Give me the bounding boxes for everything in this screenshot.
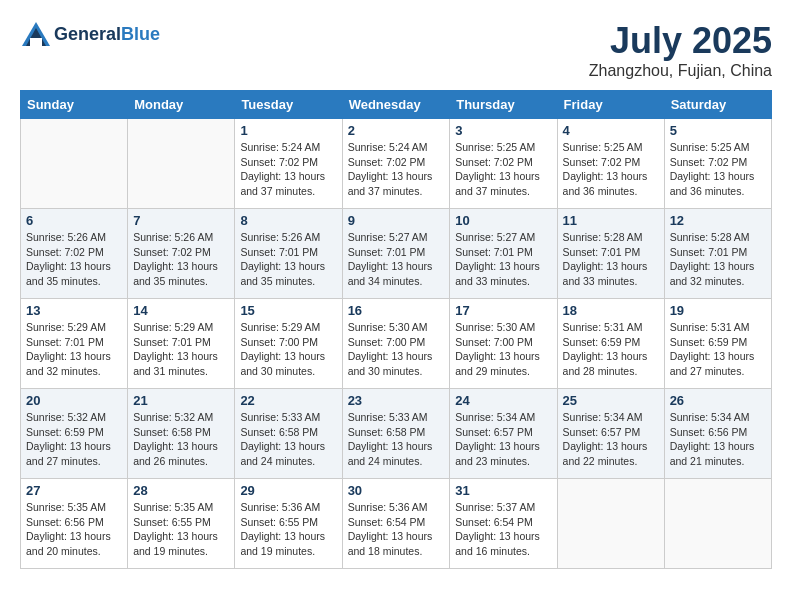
calendar-cell: 10Sunrise: 5:27 AMSunset: 7:01 PMDayligh… — [450, 209, 557, 299]
day-number: 10 — [455, 213, 551, 228]
day-number: 2 — [348, 123, 445, 138]
day-number: 13 — [26, 303, 122, 318]
logo-text-blue: Blue — [121, 24, 160, 44]
day-number: 5 — [670, 123, 766, 138]
day-info: Sunrise: 5:32 AMSunset: 6:59 PMDaylight:… — [26, 410, 122, 469]
calendar-cell: 28Sunrise: 5:35 AMSunset: 6:55 PMDayligh… — [128, 479, 235, 569]
day-info: Sunrise: 5:30 AMSunset: 7:00 PMDaylight:… — [455, 320, 551, 379]
calendar-cell: 11Sunrise: 5:28 AMSunset: 7:01 PMDayligh… — [557, 209, 664, 299]
day-number: 16 — [348, 303, 445, 318]
header-thursday: Thursday — [450, 91, 557, 119]
day-number: 25 — [563, 393, 659, 408]
day-number: 17 — [455, 303, 551, 318]
calendar-cell: 9Sunrise: 5:27 AMSunset: 7:01 PMDaylight… — [342, 209, 450, 299]
day-info: Sunrise: 5:26 AMSunset: 7:02 PMDaylight:… — [133, 230, 229, 289]
calendar-cell: 21Sunrise: 5:32 AMSunset: 6:58 PMDayligh… — [128, 389, 235, 479]
calendar-cell — [557, 479, 664, 569]
day-info: Sunrise: 5:30 AMSunset: 7:00 PMDaylight:… — [348, 320, 445, 379]
day-number: 30 — [348, 483, 445, 498]
calendar-week-row: 13Sunrise: 5:29 AMSunset: 7:01 PMDayligh… — [21, 299, 772, 389]
calendar-cell: 8Sunrise: 5:26 AMSunset: 7:01 PMDaylight… — [235, 209, 342, 299]
day-info: Sunrise: 5:27 AMSunset: 7:01 PMDaylight:… — [455, 230, 551, 289]
calendar-cell: 6Sunrise: 5:26 AMSunset: 7:02 PMDaylight… — [21, 209, 128, 299]
day-info: Sunrise: 5:28 AMSunset: 7:01 PMDaylight:… — [670, 230, 766, 289]
day-number: 29 — [240, 483, 336, 498]
calendar-cell: 12Sunrise: 5:28 AMSunset: 7:01 PMDayligh… — [664, 209, 771, 299]
day-info: Sunrise: 5:26 AMSunset: 7:01 PMDaylight:… — [240, 230, 336, 289]
day-number: 19 — [670, 303, 766, 318]
calendar-cell: 31Sunrise: 5:37 AMSunset: 6:54 PMDayligh… — [450, 479, 557, 569]
page-header: GeneralBlue July 2025 Zhangzhou, Fujian,… — [20, 20, 772, 80]
day-info: Sunrise: 5:35 AMSunset: 6:56 PMDaylight:… — [26, 500, 122, 559]
calendar-cell: 4Sunrise: 5:25 AMSunset: 7:02 PMDaylight… — [557, 119, 664, 209]
day-number: 15 — [240, 303, 336, 318]
day-number: 27 — [26, 483, 122, 498]
day-number: 26 — [670, 393, 766, 408]
calendar-cell: 26Sunrise: 5:34 AMSunset: 6:56 PMDayligh… — [664, 389, 771, 479]
day-number: 4 — [563, 123, 659, 138]
day-info: Sunrise: 5:27 AMSunset: 7:01 PMDaylight:… — [348, 230, 445, 289]
calendar-cell: 1Sunrise: 5:24 AMSunset: 7:02 PMDaylight… — [235, 119, 342, 209]
header-saturday: Saturday — [664, 91, 771, 119]
day-info: Sunrise: 5:37 AMSunset: 6:54 PMDaylight:… — [455, 500, 551, 559]
calendar-table: SundayMondayTuesdayWednesdayThursdayFrid… — [20, 90, 772, 569]
day-number: 23 — [348, 393, 445, 408]
calendar-cell: 23Sunrise: 5:33 AMSunset: 6:58 PMDayligh… — [342, 389, 450, 479]
calendar-cell: 5Sunrise: 5:25 AMSunset: 7:02 PMDaylight… — [664, 119, 771, 209]
calendar-cell — [664, 479, 771, 569]
day-number: 24 — [455, 393, 551, 408]
calendar-week-row: 20Sunrise: 5:32 AMSunset: 6:59 PMDayligh… — [21, 389, 772, 479]
day-info: Sunrise: 5:36 AMSunset: 6:54 PMDaylight:… — [348, 500, 445, 559]
day-number: 18 — [563, 303, 659, 318]
calendar-week-row: 27Sunrise: 5:35 AMSunset: 6:56 PMDayligh… — [21, 479, 772, 569]
location-subtitle: Zhangzhou, Fujian, China — [589, 62, 772, 80]
day-info: Sunrise: 5:25 AMSunset: 7:02 PMDaylight:… — [563, 140, 659, 199]
header-tuesday: Tuesday — [235, 91, 342, 119]
header-friday: Friday — [557, 91, 664, 119]
day-info: Sunrise: 5:33 AMSunset: 6:58 PMDaylight:… — [240, 410, 336, 469]
day-number: 11 — [563, 213, 659, 228]
day-info: Sunrise: 5:29 AMSunset: 7:01 PMDaylight:… — [26, 320, 122, 379]
day-info: Sunrise: 5:29 AMSunset: 7:00 PMDaylight:… — [240, 320, 336, 379]
day-number: 28 — [133, 483, 229, 498]
day-number: 12 — [670, 213, 766, 228]
day-number: 31 — [455, 483, 551, 498]
day-number: 6 — [26, 213, 122, 228]
day-number: 8 — [240, 213, 336, 228]
calendar-cell: 15Sunrise: 5:29 AMSunset: 7:00 PMDayligh… — [235, 299, 342, 389]
calendar-cell — [21, 119, 128, 209]
day-number: 20 — [26, 393, 122, 408]
calendar-cell: 13Sunrise: 5:29 AMSunset: 7:01 PMDayligh… — [21, 299, 128, 389]
day-info: Sunrise: 5:35 AMSunset: 6:55 PMDaylight:… — [133, 500, 229, 559]
day-number: 21 — [133, 393, 229, 408]
day-number: 22 — [240, 393, 336, 408]
title-area: July 2025 Zhangzhou, Fujian, China — [589, 20, 772, 80]
header-sunday: Sunday — [21, 91, 128, 119]
calendar-cell: 29Sunrise: 5:36 AMSunset: 6:55 PMDayligh… — [235, 479, 342, 569]
calendar-week-row: 6Sunrise: 5:26 AMSunset: 7:02 PMDaylight… — [21, 209, 772, 299]
calendar-cell: 22Sunrise: 5:33 AMSunset: 6:58 PMDayligh… — [235, 389, 342, 479]
calendar-header-row: SundayMondayTuesdayWednesdayThursdayFrid… — [21, 91, 772, 119]
calendar-cell: 24Sunrise: 5:34 AMSunset: 6:57 PMDayligh… — [450, 389, 557, 479]
month-year-title: July 2025 — [589, 20, 772, 62]
day-info: Sunrise: 5:25 AMSunset: 7:02 PMDaylight:… — [670, 140, 766, 199]
day-info: Sunrise: 5:31 AMSunset: 6:59 PMDaylight:… — [563, 320, 659, 379]
calendar-cell: 30Sunrise: 5:36 AMSunset: 6:54 PMDayligh… — [342, 479, 450, 569]
calendar-cell: 2Sunrise: 5:24 AMSunset: 7:02 PMDaylight… — [342, 119, 450, 209]
day-info: Sunrise: 5:29 AMSunset: 7:01 PMDaylight:… — [133, 320, 229, 379]
logo-text-general: General — [54, 24, 121, 44]
calendar-cell: 7Sunrise: 5:26 AMSunset: 7:02 PMDaylight… — [128, 209, 235, 299]
day-number: 1 — [240, 123, 336, 138]
logo: GeneralBlue — [20, 20, 160, 48]
calendar-cell: 19Sunrise: 5:31 AMSunset: 6:59 PMDayligh… — [664, 299, 771, 389]
svg-rect-2 — [30, 38, 42, 46]
day-info: Sunrise: 5:33 AMSunset: 6:58 PMDaylight:… — [348, 410, 445, 469]
day-info: Sunrise: 5:34 AMSunset: 6:57 PMDaylight:… — [455, 410, 551, 469]
calendar-cell: 20Sunrise: 5:32 AMSunset: 6:59 PMDayligh… — [21, 389, 128, 479]
day-info: Sunrise: 5:32 AMSunset: 6:58 PMDaylight:… — [133, 410, 229, 469]
day-info: Sunrise: 5:25 AMSunset: 7:02 PMDaylight:… — [455, 140, 551, 199]
calendar-cell: 17Sunrise: 5:30 AMSunset: 7:00 PMDayligh… — [450, 299, 557, 389]
day-info: Sunrise: 5:24 AMSunset: 7:02 PMDaylight:… — [240, 140, 336, 199]
logo-icon — [20, 20, 52, 48]
day-info: Sunrise: 5:26 AMSunset: 7:02 PMDaylight:… — [26, 230, 122, 289]
